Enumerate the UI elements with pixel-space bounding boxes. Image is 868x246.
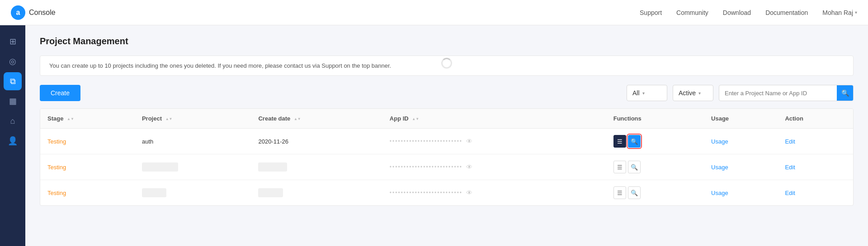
community-link[interactable]: Community (676, 9, 708, 16)
support-link[interactable]: Support (640, 9, 662, 16)
list-icon: ☰ (617, 164, 623, 171)
filter-status-dropdown[interactable]: Active ▾ (673, 85, 713, 101)
logo-icon: a (11, 5, 25, 20)
row3-search-function-btn[interactable]: 🔍 (628, 186, 641, 199)
search-button[interactable]: 🔍 (837, 85, 853, 101)
row2-date-blurred: ██████ (258, 162, 287, 172)
functions-header: Functions (606, 109, 704, 129)
row3-date: █████ (251, 180, 382, 206)
row1-list-function-btn[interactable]: ☰ (613, 135, 626, 148)
row1-usage-link[interactable]: Usage (711, 138, 728, 145)
layers-icon: ⧉ (10, 77, 16, 86)
main-content: Project Management You can create up to … (25, 25, 868, 246)
topnav: a Console Support Community Download Doc… (0, 0, 868, 25)
createdate-sort-icon[interactable]: ▲▼ (294, 117, 301, 121)
createdate-header: Create date ▲▼ (251, 109, 382, 129)
search-func-icon: 🔍 (631, 190, 638, 196)
row3-action: Edit (778, 180, 853, 206)
page-title: Project Management (40, 36, 854, 46)
home-icon: ⊞ (9, 37, 16, 46)
row1-action: Edit (778, 129, 853, 154)
download-link[interactable]: Download (723, 9, 751, 16)
row3-eye-icon[interactable]: 👁 (466, 189, 472, 196)
row3-appid-dots: •••••••••••••••••••••••••• (390, 190, 462, 196)
row3-appid: •••••••••••••••••••••••••• 👁 (382, 180, 606, 206)
row2-usage: Usage (704, 154, 778, 180)
sidebar-item-location[interactable]: ⌂ (4, 112, 22, 130)
row3-stage: Testing (40, 180, 135, 206)
table-header-row: Stage ▲▼ Project ▲▼ Create date ▲▼ App I… (40, 109, 853, 129)
sidebar-item-layers[interactable]: ⧉ (4, 72, 22, 90)
row1-edit-link[interactable]: Edit (785, 138, 795, 145)
topnav-links: Support Community Download Documentation (640, 9, 808, 16)
action-header: Action (778, 109, 853, 129)
search-input[interactable] (719, 90, 837, 97)
row1-project: auth (135, 129, 251, 154)
row2-appid: •••••••••••••••••••••••••• 👁 (382, 154, 606, 180)
row3-edit-link[interactable]: Edit (785, 190, 795, 196)
search-icon: 🔍 (841, 89, 849, 97)
row2-action: Edit (778, 154, 853, 180)
row3-date-blurred: █████ (258, 188, 283, 197)
location-icon: ⌂ (10, 116, 15, 126)
project-header: Project ▲▼ (135, 109, 251, 129)
row1-appid-dots: •••••••••••••••••••••••••• (390, 138, 462, 144)
search-func-icon: 🔍 (631, 138, 638, 145)
toolbar: Create All ▾ Active ▾ 🔍 (40, 85, 854, 101)
appid-header: App ID ▲▼ (382, 109, 606, 129)
user-chevron-icon: ▾ (855, 10, 857, 15)
sidebar-item-chart[interactable]: ▦ (4, 92, 22, 110)
search-func-icon: 🔍 (631, 164, 638, 171)
stage-header: Stage ▲▼ (40, 109, 135, 129)
filter-all-arrow-icon: ▾ (642, 91, 645, 96)
user-menu[interactable]: Mohan Raj ▾ (822, 9, 857, 16)
row1-search-function-btn[interactable]: 🔍 (628, 135, 641, 148)
loading-spinner (441, 58, 452, 69)
row2-usage-link[interactable]: Usage (711, 164, 728, 171)
analytics-icon: ◎ (9, 56, 16, 66)
chart-icon: ▦ (9, 96, 17, 106)
usage-header: Usage (704, 109, 778, 129)
row2-project: ████████ (135, 154, 251, 180)
search-box: 🔍 (719, 85, 854, 101)
row1-eye-icon[interactable]: 👁 (466, 138, 472, 145)
row3-usage-link[interactable]: Usage (711, 190, 728, 196)
filter-all-label: All (632, 89, 640, 97)
documentation-link[interactable]: Documentation (765, 9, 808, 16)
sidebar-item-analytics[interactable]: ◎ (4, 52, 22, 70)
filter-status-arrow-icon: ▾ (698, 91, 701, 96)
user-name: Mohan Raj (822, 9, 853, 16)
row3-functions: ☰ 🔍 (606, 180, 704, 206)
row2-appid-dots: •••••••••••••••••••••••••• (390, 164, 462, 170)
table-row: Testing ████████ ██████ ••••••••••••••••… (40, 154, 853, 180)
sidebar: ⊞ ◎ ⧉ ▦ ⌂ 👤 (0, 25, 25, 246)
topnav-logo: a Console (11, 5, 56, 20)
user-icon: 👤 (8, 136, 18, 146)
row3-list-function-btn[interactable]: ☰ (613, 186, 626, 199)
project-sort-icon[interactable]: ▲▼ (165, 117, 173, 121)
row1-date: 2020-11-26 (251, 129, 382, 154)
table-row: Testing auth 2020-11-26 ••••••••••••••••… (40, 129, 853, 154)
row1-usage: Usage (704, 129, 778, 154)
sidebar-item-user[interactable]: 👤 (4, 132, 22, 150)
sidebar-item-home[interactable]: ⊞ (4, 32, 22, 51)
row3-project-blurred: █████ (142, 188, 167, 197)
filter-all-dropdown[interactable]: All ▾ (627, 85, 667, 101)
row1-stage: Testing (40, 129, 135, 154)
row2-list-function-btn[interactable]: ☰ (613, 161, 626, 173)
list-icon: ☰ (617, 138, 623, 145)
stage-sort-icon[interactable]: ▲▼ (67, 117, 74, 121)
create-button[interactable]: Create (40, 85, 80, 101)
row2-date: ██████ (251, 154, 382, 180)
topnav-title: Console (29, 9, 56, 17)
table-row: Testing █████ █████ ••••••••••••••••••••… (40, 180, 853, 206)
row1-appid: •••••••••••••••••••••••••• 👁 (382, 129, 606, 154)
appid-sort-icon[interactable]: ▲▼ (412, 117, 419, 121)
row2-edit-link[interactable]: Edit (785, 164, 795, 171)
row3-project: █████ (135, 180, 251, 206)
row2-eye-icon[interactable]: 👁 (466, 163, 472, 171)
list-icon: ☰ (617, 190, 623, 196)
row2-search-function-btn[interactable]: 🔍 (628, 161, 641, 173)
row2-project-blurred: ████████ (142, 162, 178, 172)
filter-status-label: Active (679, 89, 696, 97)
